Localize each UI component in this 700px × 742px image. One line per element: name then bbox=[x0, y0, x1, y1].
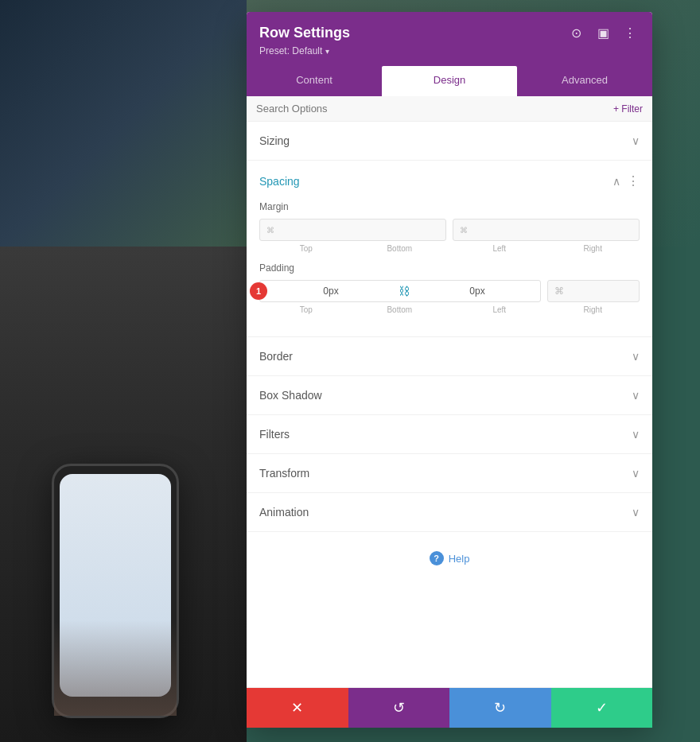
undo-icon: ↺ bbox=[393, 699, 405, 717]
padding-labels: Top Bottom Left Right bbox=[259, 305, 640, 314]
box-shadow-section-header[interactable]: Box Shadow ∨ bbox=[247, 376, 652, 414]
margin-tb-labels: Top Bottom bbox=[259, 244, 446, 253]
spacing-section-header[interactable]: Spacing ∧ ⋮ bbox=[247, 161, 652, 201]
preset-arrow: ▾ bbox=[325, 47, 329, 56]
tab-content[interactable]: Content bbox=[247, 66, 382, 96]
transform-section: Transform ∨ bbox=[247, 454, 652, 493]
animation-section: Animation ∨ bbox=[247, 493, 652, 532]
sizing-chevron-icon: ∨ bbox=[632, 134, 640, 147]
border-section: Border ∨ bbox=[247, 337, 652, 376]
search-input[interactable] bbox=[256, 103, 607, 115]
margin-left-right-group: ⌘ bbox=[453, 219, 640, 241]
phone-image bbox=[0, 344, 247, 742]
padding-lr-labels: Left Right bbox=[453, 305, 640, 314]
filters-chevron-icon: ∨ bbox=[632, 428, 640, 441]
transform-chevron-icon: ∨ bbox=[632, 467, 640, 480]
preset-label: Preset: Default bbox=[259, 45, 322, 56]
border-chevron-icon: ∨ bbox=[632, 350, 640, 363]
panel-header-top: Row Settings ⊙ ▣ ⋮ bbox=[259, 23, 640, 42]
redo-button[interactable]: ↻ bbox=[449, 688, 551, 728]
tab-advanced[interactable]: Advanced bbox=[517, 66, 652, 96]
spacing-chevron-icon: ∧ bbox=[612, 175, 620, 188]
spacing-menu-icon[interactable]: ⋮ bbox=[627, 173, 640, 188]
margin-right-input[interactable] bbox=[606, 219, 640, 240]
margin-responsive-icon: ⌘ bbox=[260, 219, 281, 240]
border-section-header[interactable]: Border ∨ bbox=[247, 337, 652, 375]
bg-bottom-left bbox=[0, 247, 247, 742]
bg-top-image bbox=[0, 0, 247, 247]
panel-footer: ✕ ↺ ↻ ✓ bbox=[247, 687, 652, 728]
spacing-title: Spacing bbox=[259, 175, 300, 188]
animation-chevron-icon: ∨ bbox=[632, 506, 640, 519]
save-icon: ✓ bbox=[596, 699, 608, 717]
filter-button[interactable]: + Filter bbox=[613, 103, 643, 115]
padding-left-label: Left bbox=[453, 305, 546, 314]
panel-title: Row Settings bbox=[259, 25, 350, 41]
help-text[interactable]: Help bbox=[449, 553, 470, 565]
sizing-section: Sizing ∨ bbox=[247, 122, 652, 161]
help-section: ? Help bbox=[247, 532, 652, 585]
row-settings-panel: Row Settings ⊙ ▣ ⋮ Preset: Default ▾ Con… bbox=[247, 12, 652, 728]
link-icon[interactable]: ⛓ bbox=[394, 285, 414, 297]
margin-label: Margin bbox=[259, 201, 640, 212]
margin-lr-labels: Left Right bbox=[453, 244, 640, 253]
margin-fields: ⌘ ⌘ bbox=[259, 219, 640, 241]
margin-left-label: Left bbox=[453, 244, 546, 253]
phone-shape bbox=[52, 464, 179, 718]
margin-bottom-label: Bottom bbox=[353, 244, 447, 253]
padding-label: Padding bbox=[259, 262, 640, 274]
sizing-title: Sizing bbox=[259, 134, 290, 147]
padding-lr-responsive-icon: ⌘ bbox=[548, 281, 570, 301]
tab-design[interactable]: Design bbox=[382, 66, 517, 96]
box-shadow-section: Box Shadow ∨ bbox=[247, 376, 652, 415]
padding-fields: 1 ⛓ ⌘ bbox=[259, 280, 640, 302]
animation-section-header[interactable]: Animation ∨ bbox=[247, 493, 652, 531]
margin-right-label: Right bbox=[546, 244, 640, 253]
padding-bottom-label: Bottom bbox=[353, 305, 447, 314]
box-shadow-title: Box Shadow bbox=[259, 389, 322, 402]
cancel-button[interactable]: ✕ bbox=[247, 688, 348, 728]
padding-top-label: Top bbox=[259, 305, 353, 314]
padding-linked-group: 1 ⛓ bbox=[259, 280, 541, 302]
redo-icon: ↻ bbox=[494, 699, 506, 717]
margin-lr-responsive-icon: ⌘ bbox=[453, 219, 474, 240]
margin-left-input[interactable] bbox=[474, 219, 606, 240]
panel-header: Row Settings ⊙ ▣ ⋮ Preset: Default ▾ bbox=[247, 12, 652, 66]
hand-holding bbox=[54, 620, 177, 716]
box-shadow-chevron-icon: ∨ bbox=[632, 389, 640, 402]
panel-content: Sizing ∨ Spacing ∧ ⋮ Margin ⌘ bbox=[247, 122, 652, 687]
margin-labels: Top Bottom Left Right bbox=[259, 244, 640, 253]
panel-tabs: Content Design Advanced bbox=[247, 66, 652, 96]
padding-bottom-input[interactable] bbox=[414, 281, 540, 301]
spacing-section: Spacing ∧ ⋮ Margin ⌘ bbox=[247, 161, 652, 337]
more-options-icon[interactable]: ⋮ bbox=[620, 23, 640, 42]
filter-label: + Filter bbox=[613, 103, 643, 115]
sizing-section-header[interactable]: Sizing ∨ bbox=[247, 122, 652, 160]
margin-bottom-input[interactable] bbox=[413, 219, 446, 240]
transform-section-header[interactable]: Transform ∨ bbox=[247, 454, 652, 492]
save-button[interactable]: ✓ bbox=[551, 688, 653, 728]
border-title: Border bbox=[259, 350, 293, 363]
filters-title: Filters bbox=[259, 428, 290, 441]
animation-title: Animation bbox=[259, 506, 309, 519]
cancel-icon: ✕ bbox=[291, 699, 303, 717]
filters-section: Filters ∨ bbox=[247, 415, 652, 454]
margin-top-input[interactable] bbox=[281, 219, 413, 240]
help-icon[interactable]: ? bbox=[430, 551, 444, 565]
transform-title: Transform bbox=[259, 467, 309, 480]
padding-tb-labels: Top Bottom bbox=[259, 305, 446, 314]
margin-top-bottom-group: ⌘ bbox=[259, 219, 446, 241]
spacing-content: Margin ⌘ ⌘ bbox=[247, 201, 652, 336]
padding-lr-group: ⌘ bbox=[547, 280, 640, 302]
padding-top-bottom-group: ⛓ bbox=[259, 280, 541, 302]
responsive-icon[interactable]: ⊙ bbox=[566, 23, 585, 42]
padding-right-label: Right bbox=[546, 305, 640, 314]
badge-1: 1 bbox=[250, 282, 267, 300]
filters-section-header[interactable]: Filters ∨ bbox=[247, 415, 652, 453]
undo-button[interactable]: ↺ bbox=[348, 688, 450, 728]
layout-icon[interactable]: ▣ bbox=[593, 23, 612, 42]
preset-selector[interactable]: Preset: Default ▾ bbox=[259, 45, 640, 56]
padding-top-input[interactable] bbox=[260, 281, 394, 301]
panel-header-icons: ⊙ ▣ ⋮ bbox=[566, 23, 640, 42]
margin-top-label: Top bbox=[259, 244, 353, 253]
